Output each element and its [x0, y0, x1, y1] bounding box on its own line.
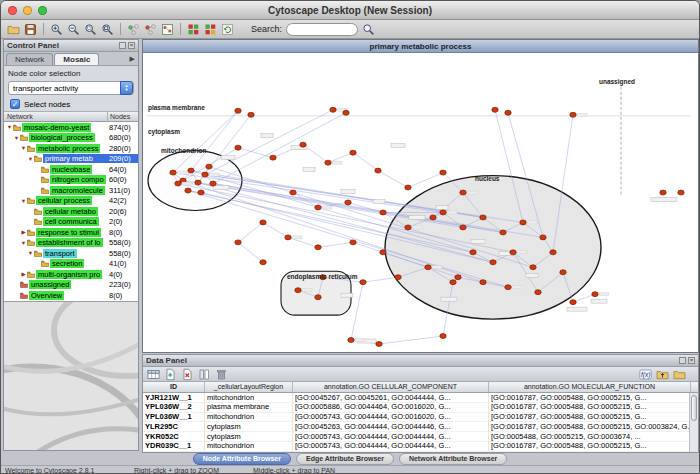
network-node[interactable]: [505, 110, 511, 115]
network-node[interactable]: [550, 250, 556, 255]
network-node[interactable]: [315, 245, 321, 250]
zoom-selected-icon[interactable]: [83, 22, 98, 37]
network-node[interactable]: [440, 170, 446, 175]
window-titlebar[interactable]: Cytoscape Desktop (New Session): [1, 1, 699, 20]
network-node[interactable]: [678, 190, 684, 195]
network-window-title[interactable]: primary metabolic process: [143, 40, 698, 53]
network-node[interactable]: [450, 280, 456, 285]
tree-expand-icon[interactable]: ▼: [20, 145, 27, 151]
network-canvas[interactable]: plasma membranecytoplasmmitochondrionnuc…: [143, 53, 698, 352]
tree-expand-icon[interactable]: ▶: [20, 271, 27, 277]
export-attributes-icon[interactable]: [672, 367, 687, 382]
network-node[interactable]: [660, 190, 666, 195]
tab-node-attribute-browser[interactable]: Node Attribute Browser: [193, 453, 291, 465]
network-node[interactable]: [315, 205, 321, 210]
network-node[interactable]: [480, 215, 486, 220]
network-node[interactable]: [505, 285, 511, 290]
network-node[interactable]: [540, 235, 546, 240]
column-header[interactable]: _cellularLayoutRegion: [205, 382, 293, 392]
network-node[interactable]: [535, 290, 541, 295]
formula-builder-icon[interactable]: f(x): [638, 367, 653, 382]
overview-thumbnail[interactable]: [4, 301, 138, 450]
network-node[interactable]: [195, 180, 201, 185]
network-node[interactable]: [470, 250, 476, 255]
tab-scroll-icon[interactable]: ▶: [130, 55, 138, 65]
network-node[interactable]: [198, 190, 204, 195]
mosaic-layout-icon[interactable]: [186, 22, 201, 37]
tree-row[interactable]: ▶response to stimul8(0): [4, 227, 138, 238]
network-node[interactable]: [380, 210, 386, 215]
network-node[interactable]: [520, 220, 526, 225]
search-go-icon[interactable]: [361, 22, 376, 37]
network-canvas-svg[interactable]: plasma membranecytoplasmmitochondrionnuc…: [143, 53, 698, 352]
network-node[interactable]: [345, 200, 351, 205]
tree-expand-icon[interactable]: ▼: [27, 156, 34, 162]
network-node[interactable]: [350, 240, 356, 245]
tree-expand-icon[interactable]: ▶: [20, 229, 27, 235]
tree-expand-icon[interactable]: ▼: [13, 135, 20, 141]
network-node[interactable]: [380, 250, 386, 255]
network-node[interactable]: [490, 260, 496, 265]
network-node[interactable]: [206, 164, 212, 169]
save-session-icon[interactable]: [23, 22, 38, 37]
network-node[interactable]: [570, 300, 576, 305]
column-header[interactable]: annotation.GO MOLECULAR_FUNCTION: [489, 382, 691, 392]
network-node[interactable]: [430, 215, 436, 220]
tree-row[interactable]: ▼cellular process42(2): [4, 196, 138, 207]
delete-attribute-icon[interactable]: [180, 367, 195, 382]
tree-expand-icon[interactable]: ▼: [27, 250, 34, 256]
group-nodes-icon[interactable]: [126, 22, 141, 37]
table-scrollbar[interactable]: [689, 393, 698, 452]
maximize-window-icon[interactable]: [38, 6, 47, 15]
network-node[interactable]: [440, 210, 446, 215]
column-header[interactable]: annotation.GO CELLULAR_COMPONENT: [293, 382, 489, 392]
tab-network[interactable]: Network: [6, 53, 53, 65]
float-panel-icon[interactable]: [679, 357, 686, 364]
network-node[interactable]: [235, 108, 241, 113]
zoom-out-icon[interactable]: [66, 22, 81, 37]
search-input[interactable]: [286, 23, 358, 36]
network-node[interactable]: [300, 142, 306, 147]
network-node[interactable]: [460, 190, 466, 195]
import-attributes-icon[interactable]: [655, 367, 670, 382]
tree-row[interactable]: cellular metabo20(6): [4, 206, 138, 217]
network-node[interactable]: [248, 112, 254, 117]
network-node[interactable]: [185, 188, 191, 193]
network-node[interactable]: [348, 338, 354, 343]
create-attribute-icon[interactable]: [163, 367, 178, 382]
network-node[interactable]: [455, 275, 461, 280]
network-node[interactable]: [343, 110, 349, 115]
tab-network-attribute-browser[interactable]: Network Attribute Browser: [399, 453, 507, 465]
tree-row[interactable]: Overview8(0): [4, 290, 138, 301]
network-node[interactable]: [592, 292, 598, 297]
tree-row[interactable]: nitrogen compo60(0): [4, 175, 138, 186]
node-color-dropdown[interactable]: transporter activity ▲▼: [8, 81, 134, 95]
attribute-columns-icon[interactable]: [197, 367, 212, 382]
network-node[interactable]: [235, 240, 241, 245]
network-node[interactable]: [395, 275, 401, 280]
mosaic-color-icon[interactable]: [203, 22, 218, 37]
network-node[interactable]: [405, 185, 411, 190]
network-node[interactable]: [210, 181, 216, 186]
network-node[interactable]: [560, 270, 566, 275]
minimize-window-icon[interactable]: [23, 6, 32, 15]
tree-row[interactable]: unassigned223(0): [4, 280, 138, 291]
network-node[interactable]: [460, 225, 466, 230]
network-node[interactable]: [325, 160, 331, 165]
network-node[interactable]: [270, 155, 276, 160]
network-node[interactable]: [360, 280, 366, 285]
network-node[interactable]: [530, 265, 536, 270]
network-node[interactable]: [405, 225, 411, 230]
tab-mosaic[interactable]: Mosaic: [54, 53, 99, 65]
tree-row[interactable]: ▼primary metab209(0): [4, 154, 138, 165]
network-node[interactable]: [260, 260, 266, 265]
close-panel-icon[interactable]: ×: [128, 42, 135, 49]
network-node[interactable]: [350, 150, 356, 155]
open-session-icon[interactable]: [6, 22, 21, 37]
network-overlay-icon[interactable]: [160, 22, 175, 37]
network-node[interactable]: [375, 168, 381, 173]
network-node[interactable]: [480, 280, 486, 285]
tab-edge-attribute-browser[interactable]: Edge Attribute Browser: [296, 453, 394, 465]
network-node[interactable]: [425, 265, 431, 270]
select-attributes-icon[interactable]: [146, 367, 161, 382]
